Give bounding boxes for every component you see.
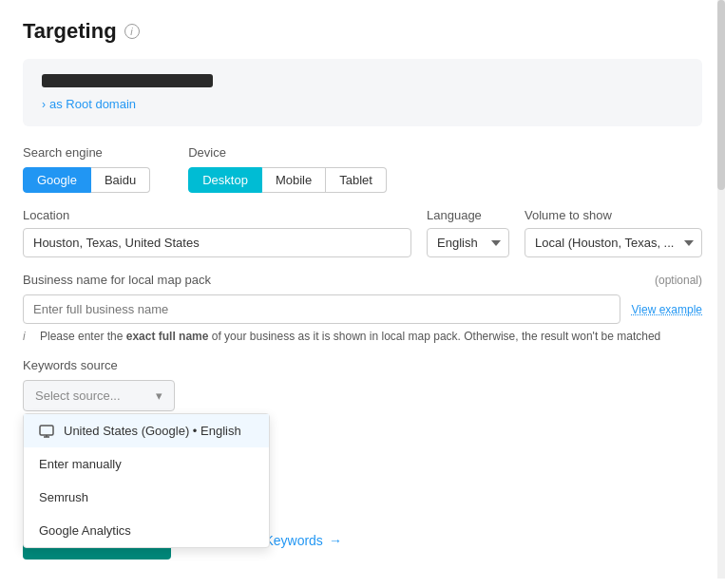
warning-message: Please enter the exact full name of your… xyxy=(40,330,660,343)
domain-bar xyxy=(42,74,213,87)
source-select-button[interactable]: Select source... ▾ xyxy=(23,380,175,411)
continue-arrow-icon: → xyxy=(329,533,342,548)
source-option-semrush[interactable]: Semrush xyxy=(24,481,269,514)
location-input[interactable] xyxy=(23,228,411,257)
search-device-row: Search engine Google Baidu Device Deskto… xyxy=(23,145,702,193)
info-icon[interactable]: i xyxy=(124,24,140,39)
warning-icon: i xyxy=(23,330,34,343)
location-group: Location xyxy=(23,208,411,257)
source-chevron-icon: ▾ xyxy=(156,389,162,403)
search-engine-buttons: Google Baidu xyxy=(23,167,150,193)
business-input-row: View example xyxy=(23,294,702,324)
location-lang-vol-row: Location Language English Spanish French… xyxy=(23,208,702,257)
chevron-right-icon: › xyxy=(42,98,46,111)
source-option-google-analytics[interactable]: Google Analytics xyxy=(24,514,269,547)
device-group: Device Desktop Mobile Tablet xyxy=(188,145,387,193)
source-option-google-analytics-label: Google Analytics xyxy=(39,523,131,538)
source-option-us-google[interactable]: United States (Google) • English xyxy=(24,414,269,447)
scrollbar-thumb[interactable] xyxy=(717,0,725,190)
tablet-button[interactable]: Tablet xyxy=(326,167,387,193)
root-domain-link[interactable]: › as Root domain xyxy=(42,97,683,111)
language-group: Language English Spanish French xyxy=(427,208,509,257)
svg-rect-0 xyxy=(40,426,53,435)
search-engine-label: Search engine xyxy=(23,145,150,160)
volume-select[interactable]: Local (Houston, Texas, ... Global Nation… xyxy=(525,228,702,257)
source-dropdown-menu: United States (Google) • English Enter m… xyxy=(23,413,270,548)
mobile-button[interactable]: Mobile xyxy=(262,167,326,193)
language-label: Language xyxy=(427,208,509,222)
source-option-us-google-label: United States (Google) • English xyxy=(64,424,241,438)
monitor-icon xyxy=(39,425,54,438)
source-placeholder: Select source... xyxy=(35,389,121,403)
keywords-source-section: Keywords source Select source... ▾ Unite… xyxy=(23,358,702,411)
device-label: Device xyxy=(188,145,387,160)
page-title: Targeting xyxy=(23,19,117,44)
volume-group: Volume to show Local (Houston, Texas, ..… xyxy=(525,208,702,257)
search-engine-group: Search engine Google Baidu xyxy=(23,145,150,193)
optional-label: (optional) xyxy=(655,274,702,287)
source-option-semrush-label: Semrush xyxy=(39,490,88,504)
view-example-link[interactable]: View example xyxy=(632,303,702,316)
source-select-wrapper: Select source... ▾ United States (Google… xyxy=(23,380,175,411)
baidu-button[interactable]: Baidu xyxy=(91,167,150,193)
language-select[interactable]: English Spanish French xyxy=(427,228,509,257)
google-button[interactable]: Google xyxy=(23,167,91,193)
device-buttons: Desktop Mobile Tablet xyxy=(188,167,387,193)
volume-label: Volume to show xyxy=(525,208,702,222)
business-section: Business name for local map pack (option… xyxy=(23,273,702,343)
desktop-button[interactable]: Desktop xyxy=(188,167,262,193)
location-label: Location xyxy=(23,208,411,222)
source-option-manually-label: Enter manually xyxy=(39,457,122,471)
source-option-manually[interactable]: Enter manually xyxy=(24,447,269,481)
domain-box: › as Root domain xyxy=(23,59,702,126)
business-header: Business name for local map pack (option… xyxy=(23,273,702,287)
business-label: Business name for local map pack xyxy=(23,273,211,287)
business-warning: i Please enter the exact full name of yo… xyxy=(23,330,702,343)
root-domain-label: as Root domain xyxy=(49,97,136,111)
scrollbar-track[interactable] xyxy=(717,0,725,579)
business-name-input[interactable] xyxy=(23,294,620,324)
keywords-source-label: Keywords source xyxy=(23,358,702,372)
